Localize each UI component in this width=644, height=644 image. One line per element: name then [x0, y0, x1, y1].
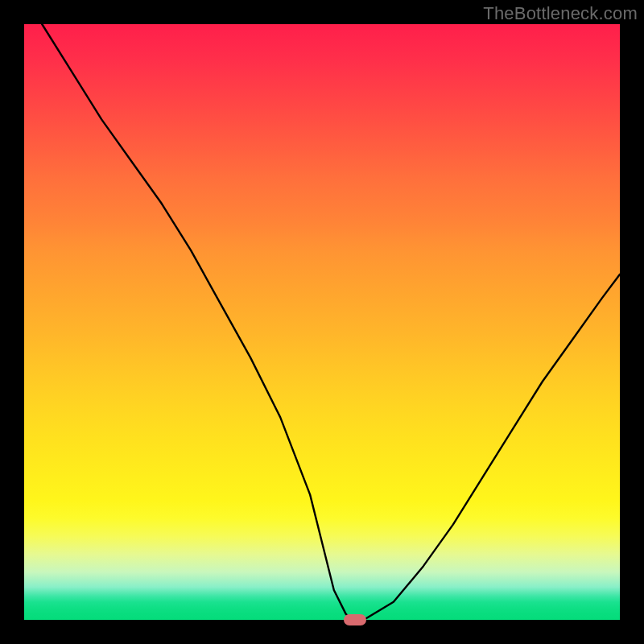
curve-path: [42, 24, 620, 620]
watermark-text: TheBottleneck.com: [483, 3, 638, 24]
minimum-marker: [344, 614, 366, 625]
chart-frame: TheBottleneck.com: [0, 0, 644, 644]
bottleneck-curve: [24, 24, 620, 620]
